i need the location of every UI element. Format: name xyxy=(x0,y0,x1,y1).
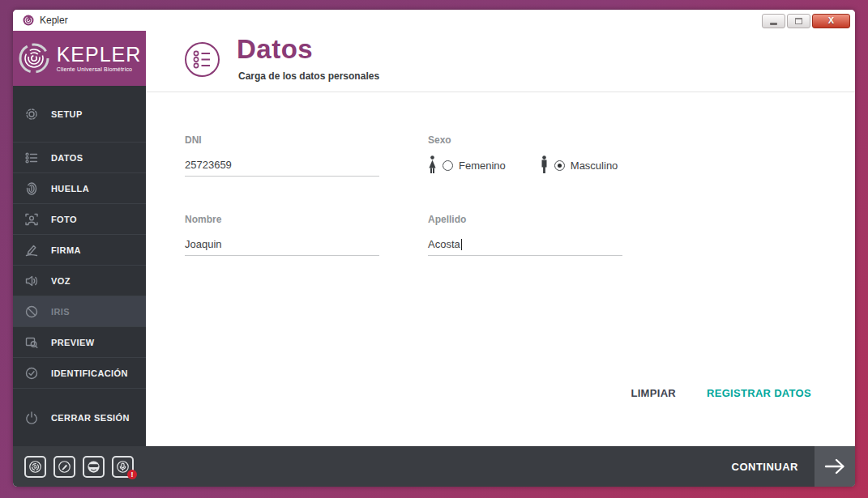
main-content: Datos Carga de los datos personales DNI … xyxy=(146,31,855,446)
blocked-icon xyxy=(24,304,39,319)
brand-name: KEPLER xyxy=(57,45,142,65)
radio-label: Masculino xyxy=(571,160,618,172)
sidebar-item-cerrar-sesion[interactable]: CERRAR SESIÓN xyxy=(13,388,146,446)
preview-icon xyxy=(24,335,39,350)
continuar-button[interactable]: CONTINUAR xyxy=(732,461,799,473)
minimize-icon xyxy=(770,23,777,25)
apellido-input[interactable]: Acosta xyxy=(428,233,622,256)
list-icon xyxy=(24,151,39,165)
sidebar-item-identificacion[interactable]: IDENTIFICACIÓN xyxy=(13,357,146,388)
dni-value: 25723659 xyxy=(185,159,232,171)
microphone-status-icon[interactable]: ! xyxy=(112,456,134,478)
radio-masculino[interactable]: Masculino xyxy=(540,155,618,175)
title-bar: Kepler X xyxy=(13,10,855,31)
radio-circle xyxy=(443,160,453,171)
nombre-label: Nombre xyxy=(185,214,379,225)
brand-logo: KEPLER Cliente Universal Biométrico xyxy=(13,31,146,86)
sidebar-item-firma[interactable]: FIRMA xyxy=(13,234,146,265)
sidebar-item-label: VOZ xyxy=(51,276,71,286)
text-cursor xyxy=(461,239,462,250)
sidebar-item-label: PREVIEW xyxy=(51,338,95,347)
dni-label: DNI xyxy=(185,134,379,146)
limpiar-button[interactable]: LIMPIAR xyxy=(631,387,676,399)
maximize-button[interactable] xyxy=(787,14,810,28)
close-button[interactable]: X xyxy=(812,14,850,28)
maximize-icon xyxy=(795,18,802,24)
nombre-input[interactable]: Joaquin xyxy=(185,233,379,256)
sidebar-item-setup[interactable]: SETUP xyxy=(13,86,146,142)
brand-subtitle: Cliente Universal Biométrico xyxy=(57,66,142,72)
voice-icon xyxy=(24,274,39,288)
sidebar-item-datos[interactable]: DATOS xyxy=(13,142,146,172)
sidebar-item-label: IDENTIFICACIÓN xyxy=(51,368,128,378)
sidebar-item-voz[interactable]: VOZ xyxy=(13,265,146,296)
page-title: Datos xyxy=(237,34,313,65)
sidebar: KEPLER Cliente Universal Biométrico SETU… xyxy=(13,31,146,446)
sidebar-item-label: SETUP xyxy=(51,109,83,119)
photo-icon xyxy=(24,212,39,227)
fingerprint-status-icon[interactable] xyxy=(24,456,46,478)
window-title: Kepler xyxy=(40,15,68,26)
bottom-bar: ! CONTINUAR xyxy=(13,446,855,487)
app-window: Kepler X KEPLER Cliente Universal Biomét… xyxy=(13,10,855,487)
radio-circle xyxy=(554,160,565,171)
continuar-arrow-button[interactable] xyxy=(815,446,855,487)
sidebar-item-huella[interactable]: HUELLA xyxy=(13,172,146,203)
arrow-right-icon xyxy=(823,458,846,475)
apellido-label: Apellido xyxy=(428,214,622,225)
sidebar-item-label: HUELLA xyxy=(51,184,89,194)
sidebar-item-foto[interactable]: FOTO xyxy=(13,203,146,234)
fingerprint-icon xyxy=(24,181,39,196)
sidebar-item-preview[interactable]: PREVIEW xyxy=(13,326,146,357)
female-icon xyxy=(428,155,437,175)
signature-icon xyxy=(24,243,39,258)
sidebar-menu: SETUP DATOS HUELLA xyxy=(13,86,146,446)
dni-input[interactable]: 25723659 xyxy=(185,154,379,177)
app-logo-icon xyxy=(23,15,34,26)
sidebar-item-label: DATOS xyxy=(51,153,83,163)
apellido-value: Acosta xyxy=(428,238,460,250)
device-status-icons: ! xyxy=(24,456,134,478)
sidebar-item-label: IRIS xyxy=(51,307,70,317)
minimize-button[interactable] xyxy=(762,14,785,28)
registrar-datos-button[interactable]: REGISTRAR DATOS xyxy=(707,387,811,399)
radio-femenino[interactable]: Femenino xyxy=(428,155,506,175)
datos-header-icon xyxy=(184,41,220,78)
header-divider xyxy=(146,92,855,92)
radio-label: Femenino xyxy=(459,160,506,172)
sexo-label: Sexo xyxy=(428,134,687,146)
alert-badge: ! xyxy=(127,470,137,479)
sidebar-item-iris[interactable]: IRIS xyxy=(13,296,146,326)
gear-icon xyxy=(24,107,39,121)
nombre-value: Joaquin xyxy=(185,238,222,250)
face-status-icon[interactable] xyxy=(83,456,105,478)
check-circle-icon xyxy=(24,366,39,381)
power-icon xyxy=(24,411,39,425)
fingerprint-logo-icon xyxy=(18,42,50,74)
page-subtitle: Carga de los datos personales xyxy=(238,70,379,82)
male-icon xyxy=(540,155,549,175)
sidebar-item-label: FOTO xyxy=(51,215,77,224)
sidebar-item-label: FIRMA xyxy=(51,245,81,255)
close-icon: X xyxy=(828,16,834,25)
signature-status-icon[interactable] xyxy=(53,456,75,478)
sidebar-item-label: CERRAR SESIÓN xyxy=(51,413,130,423)
